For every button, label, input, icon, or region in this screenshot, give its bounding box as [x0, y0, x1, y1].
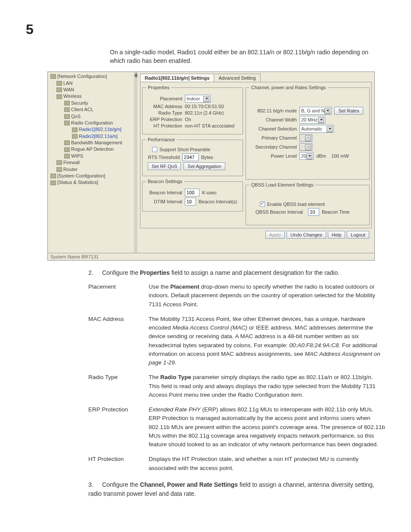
beacon-group: Beacon Settings Beacon Interval K-usec D… [142, 179, 243, 212]
qbss-group: QBSS Load Element Settings Enable QBSS l… [246, 182, 370, 225]
qbss-interval-label: QBSS Beacon Interval [255, 209, 305, 215]
performance-group: Performance Support Short Preamble RTS T… [142, 137, 243, 176]
ht-label: HT Protection [146, 123, 185, 128]
tab-radio1-settings[interactable]: Radio1[802.11b/g/n] Settings [140, 74, 214, 82]
definition-description: Displays the HT Protection state, and wh… [149, 455, 385, 473]
tree-item[interactable]: Radio Configuration [49, 120, 133, 126]
power-select[interactable]: 20 [299, 152, 314, 160]
tree-label: [Status & Statistics] [57, 179, 98, 186]
step-3: 3. Configure the Channel, Power and Rate… [88, 480, 385, 498]
ht-value: non-HT STA accociated [185, 123, 234, 128]
set-rf-qos-button[interactable]: Set RF QoS [148, 162, 181, 170]
qos-icon [64, 114, 70, 119]
beacon-interval-label: Beacon Interval [146, 190, 185, 195]
client-icon [64, 107, 70, 112]
logout-button[interactable]: Logout [347, 231, 369, 239]
definition-term: MAC Address [88, 315, 149, 367]
tree-label: WAN [63, 87, 74, 93]
radio-type-label: Radio Type [146, 110, 185, 115]
splitter-handle[interactable] [134, 72, 137, 253]
tree-item[interactable]: Radio1[802.11b/g/n] [49, 126, 133, 133]
security-icon [64, 101, 70, 106]
properties-group: Properties Placement Indoor MAC Address … [142, 85, 243, 134]
tree-item[interactable]: Wireless [49, 93, 133, 100]
tree-label: Bandwidth Management [71, 140, 122, 146]
stats-icon [50, 180, 56, 185]
definition-description: The Mobility 7131 Access Point, like oth… [149, 315, 385, 367]
qbss-legend: QBSS Load Element Settings [249, 182, 315, 187]
tree-item[interactable]: Security [49, 100, 133, 106]
properties-legend: Properties [146, 85, 171, 90]
primary-label: Primary Channel [249, 135, 299, 140]
set-rates-button[interactable]: Set Rates [334, 107, 363, 115]
firewall-icon [56, 160, 62, 165]
beacon-legend: Beacon Settings [146, 179, 184, 184]
beacon-interval-input[interactable] [185, 189, 199, 196]
tree-label: Radio2[802.11a/n] [79, 133, 118, 140]
admin-screenshot: [Network Configuration]LANWANWirelessSec… [47, 72, 375, 261]
channel-group: Channel, power and Rates Settings 802.11… [246, 85, 370, 180]
definition-description: Use the Placement drop-down menu to spec… [149, 283, 385, 309]
width-select[interactable]: 20 MHz [299, 116, 325, 124]
system-icon [50, 174, 56, 178]
property-definition: Radio TypeThe Radio Type parameter simpl… [88, 373, 385, 399]
wips-icon [64, 154, 70, 159]
selection-select[interactable]: Automatic [299, 125, 334, 133]
channel-legend: Channel, power and Rates Settings [249, 85, 327, 90]
tree-label: Security [71, 100, 88, 106]
tree-item[interactable]: LAN [49, 80, 133, 87]
property-definition: ERP ProtectionExtended Rate PHY (ERP) al… [88, 405, 385, 449]
power-label: Power Level [249, 153, 299, 159]
tree-item[interactable]: [Status & Statistics] [49, 179, 133, 186]
definition-description: The Radio Type parameter simply displays… [149, 373, 385, 399]
definition-description: Extended Rate PHY (ERP) allows 802.11g M… [149, 405, 385, 449]
radio-icon [72, 128, 78, 132]
tree-label: [System Configuration] [57, 173, 105, 179]
bandwidth-icon [64, 140, 70, 145]
rts-input[interactable] [182, 153, 199, 161]
short-preamble-checkbox[interactable] [152, 147, 157, 152]
tree-item[interactable]: Bandwidth Management [49, 140, 133, 146]
tree-label: [Network Configuration] [57, 73, 107, 80]
page-number: 5 [26, 22, 385, 37]
tab-advanced-setting[interactable]: Advanced Setting [214, 74, 260, 82]
secondary-select [299, 143, 312, 151]
tree-item[interactable]: Client ACL [49, 106, 133, 113]
tree-item[interactable]: [Network Configuration] [49, 73, 133, 80]
tree-item[interactable]: QoS [49, 113, 133, 120]
tree-item[interactable]: Router [49, 166, 133, 173]
tree-item[interactable]: WAN [49, 87, 133, 93]
set-aggregation-button[interactable]: Set Aggregation [184, 162, 225, 170]
qbss-enable-checkbox[interactable] [260, 202, 265, 207]
tree-item[interactable]: WIPS [49, 153, 133, 159]
tree-label: Radio Configuration [71, 120, 113, 126]
tree-item[interactable]: Rogue AP Detection [49, 146, 133, 152]
dtim-input[interactable] [185, 198, 196, 205]
performance-legend: Performance [146, 137, 177, 142]
undo-changes-button[interactable]: Undo Changes [286, 231, 326, 239]
dtim-label: DTIM Interval [146, 199, 185, 204]
tree-item[interactable]: Radio2[802.11a/n] [49, 133, 133, 140]
definition-term: ERP Protection [88, 405, 149, 449]
width-label: Channel Width [249, 117, 299, 122]
placement-select[interactable]: Indoor [185, 95, 211, 103]
definition-term: Radio Type [88, 373, 149, 399]
tree-item[interactable]: [System Configuration] [49, 173, 133, 179]
mode-label: 802.11 b/g/n mode [249, 108, 299, 113]
tree-label: Firewall [63, 159, 80, 166]
qbss-interval-input[interactable] [308, 208, 319, 216]
radio-icon [72, 134, 78, 139]
dtim-unit: Beacon Interval(s) [199, 199, 237, 204]
status-bar: System Name BR7131 [48, 253, 374, 260]
mode-select[interactable]: B, G and N [299, 107, 332, 115]
short-preamble-label: Support Short Preamble [159, 147, 210, 152]
radio-config-icon [64, 121, 70, 125]
tree-label: Wireless [63, 93, 81, 100]
tree-item[interactable]: Firewall [49, 159, 133, 166]
router-icon [56, 167, 62, 172]
tree-label: Router [63, 166, 78, 173]
tree-label: QoS [71, 113, 81, 120]
wireless-icon [56, 94, 62, 99]
apply-button[interactable]: Apply [265, 231, 285, 239]
help-button[interactable]: Help [328, 231, 346, 239]
